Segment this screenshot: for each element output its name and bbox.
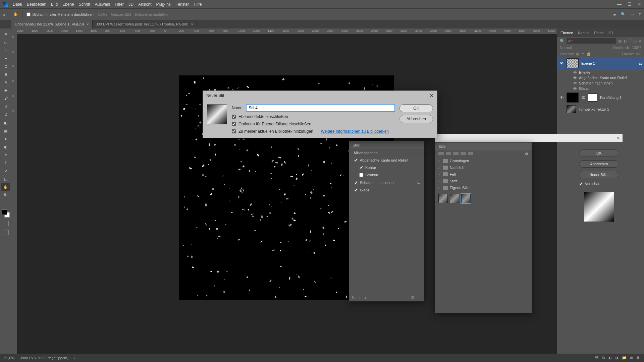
sb-link-icon[interactable]: ⛓ [595, 356, 599, 360]
ns-ok-button[interactable]: OK [399, 104, 433, 112]
up-icon[interactable]: ↑ [359, 295, 361, 299]
ns-library-link[interactable]: Weitere Informationen zu Bibliotheken [321, 129, 389, 134]
brush-tool-icon[interactable]: 🖌 [1, 95, 10, 102]
link-icon[interactable]: ⛓ [581, 96, 585, 100]
history-brush-icon[interactable]: ↺ [1, 111, 10, 118]
fill-screen-button[interactable]: Bildschirm ausfüllen [135, 12, 168, 16]
layer-name[interactable]: Tonwertkorrektur 1 [579, 107, 609, 111]
ls-kontur[interactable]: Kontur [349, 164, 424, 171]
status-arrow[interactable]: › [74, 356, 75, 360]
layer-ebene-1[interactable]: 👁 Ebene 1 fx [557, 57, 644, 70]
sb-trash-icon[interactable]: 🗑 [636, 356, 640, 360]
marquee-tool-icon[interactable]: ▭ [1, 39, 10, 46]
ns-name-input[interactable] [246, 104, 395, 112]
tab-pfade[interactable]: Pfade [594, 31, 604, 35]
layer-thumb[interactable] [567, 58, 579, 68]
doc-tab-2[interactable]: 300 DPI Wassertropfen.psdc bei 117% (Tro… [93, 20, 197, 28]
filter-icon[interactable]: 🔍 [560, 39, 565, 43]
sb-adj-icon[interactable]: ◑ [615, 356, 619, 360]
gear-icon[interactable]: ⚙ [525, 152, 528, 156]
pen-tool-icon[interactable]: ✒ [1, 151, 10, 159]
fit-button[interactable]: Ganzes Bild [111, 12, 131, 16]
visibility-icon[interactable]: 👁 [559, 61, 564, 65]
quickmask-icon[interactable] [3, 221, 9, 226]
move-tool-icon[interactable]: ✥ [1, 31, 10, 38]
visibility-icon[interactable]: 👁 [559, 96, 564, 100]
heal-tool-icon[interactable]: ✚ [1, 87, 10, 94]
cancel-button[interactable]: Abbrechen [579, 160, 619, 168]
menu-ebene[interactable]: Ebene [62, 2, 74, 7]
blur-tool-icon[interactable]: ● [1, 135, 10, 142]
menu-auswahl[interactable]: Auswahl [95, 2, 110, 7]
filter-adj-icon[interactable]: ◐ [624, 39, 627, 43]
menu-hilfe[interactable]: Hilfe [194, 2, 202, 7]
minimize-icon[interactable]: — [617, 2, 622, 7]
layer-thumb[interactable] [567, 93, 579, 103]
close-tab-2-icon[interactable]: × [191, 22, 193, 26]
status-dims[interactable]: 3000 Px x 3000 Px (72 ppcm) [20, 356, 68, 360]
new-style-button[interactable]: Neuer Stil... [579, 171, 619, 178]
search-icon[interactable]: 🔍 [621, 12, 626, 16]
wand-tool-icon[interactable]: ✦ [1, 55, 10, 62]
close-styles-icon[interactable]: ✕ [617, 136, 620, 140]
share-icon[interactable]: ⇪ [638, 12, 641, 16]
dodge-tool-icon[interactable]: ◐ [1, 143, 10, 150]
workspace-icon[interactable]: ▭ [630, 12, 634, 16]
lock-position-icon[interactable]: ✦ [581, 52, 584, 56]
hand-tool-icon[interactable]: ✋ [1, 183, 10, 191]
lock-pixels-icon[interactable]: ▦ [576, 52, 579, 56]
menu-schrift[interactable]: Schrift [79, 2, 90, 7]
doc-tab-1[interactable]: Unbenannt-1 bei 21,6% (Ebene 1, RGB/8) × [11, 20, 93, 28]
type-tool-icon[interactable]: T [1, 159, 10, 167]
style-chip[interactable] [453, 152, 459, 155]
sb-mask-icon[interactable]: ◐ [608, 356, 612, 360]
preview-checkbox[interactable]: Vorschau [579, 182, 619, 186]
menu-3d[interactable]: 3D [128, 2, 133, 7]
fx-badge[interactable]: fx [639, 61, 642, 65]
menu-fenster[interactable]: Fenster [175, 2, 189, 7]
mask-thumb[interactable] [588, 94, 597, 102]
style-swatch-2[interactable] [450, 194, 459, 203]
ns-chk-fill[interactable] [232, 122, 236, 126]
fx-icon[interactable]: fx [352, 295, 355, 299]
layer-tonwert[interactable]: Tonwertkorrektur 1 [557, 104, 644, 115]
style-chip[interactable] [438, 152, 444, 155]
ls-inner-shadow[interactable]: Schatten nach innen☐ [349, 179, 424, 186]
zoom-100-button[interactable]: 100% [98, 12, 107, 16]
scroll-all-checkbox[interactable]: Bildlauf in allen Fenstern durchführen [26, 12, 94, 16]
styles-dialog-titlebar[interactable]: ✕ [435, 134, 623, 142]
layer-name[interactable]: Farbfüllung 1 [600, 96, 622, 100]
maximize-icon[interactable]: ☐ [628, 2, 632, 7]
folder-eigene[interactable]: ›Eigene Stile [435, 184, 532, 191]
style-swatch-3[interactable] [461, 194, 471, 203]
ok-button[interactable]: OK [579, 149, 619, 157]
plus-icon[interactable]: ☐ [417, 180, 421, 185]
style-chip[interactable] [446, 152, 451, 155]
opacity-value[interactable]: 100% [632, 46, 641, 50]
fx-inner-shadow[interactable]: 👁Schatten nach innen [557, 80, 644, 86]
crop-tool-icon[interactable]: ⊡ [1, 63, 10, 70]
style-swatch-1[interactable] [438, 194, 448, 203]
ls-bevel[interactable]: Abgeflachte Kante und Relief [349, 157, 424, 164]
ls-struktur[interactable]: Struktur [349, 171, 424, 179]
hand-tool-icon[interactable]: ✋ [13, 12, 18, 16]
layer-thumb[interactable] [567, 105, 576, 113]
fill-value[interactable]: 0% [636, 52, 641, 56]
ls-glanz[interactable]: Glanz [349, 186, 424, 194]
filter-shape-icon[interactable]: ▢ [633, 39, 637, 43]
close-window-icon[interactable]: ✕ [638, 2, 641, 7]
style-chip[interactable] [461, 152, 466, 155]
ns-titlebar[interactable]: Neuer Stil ✕ [203, 91, 437, 100]
path-tool-icon[interactable]: ↗ [1, 167, 10, 175]
filter-smart-icon[interactable]: ◈ [639, 39, 641, 43]
fx-bevel[interactable]: 👁Abgeflachte Kante und Relief [557, 75, 644, 80]
tab-ebenen[interactable]: Ebenen [560, 31, 573, 35]
edit-toolbar-icon[interactable]: ⋯ [1, 199, 10, 207]
folder-natuerlich[interactable]: ›Natürlich [435, 164, 532, 171]
layer-filter-input[interactable] [567, 38, 616, 44]
ns-chk-effects[interactable] [232, 115, 236, 119]
eyedropper-tool-icon[interactable]: ✎ [1, 79, 10, 86]
close-tab-1-icon[interactable]: × [87, 22, 89, 26]
effects-header[interactable]: 👁Effekte [557, 70, 644, 75]
menu-bearbeiten[interactable]: Bearbeiten [27, 2, 46, 7]
